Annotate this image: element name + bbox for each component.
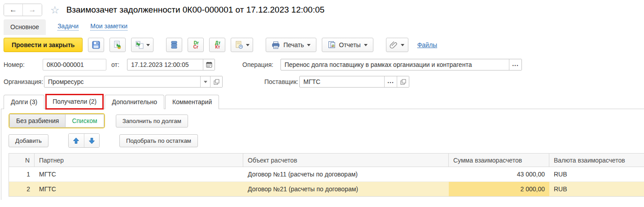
- supplier-input[interactable]: МГТС ...: [299, 76, 409, 88]
- cr-label: Cr: [193, 45, 199, 49]
- post-document-button[interactable]: [110, 38, 126, 52]
- tab-main[interactable]: Основное: [4, 19, 46, 35]
- cell-partner[interactable]: МГТС: [35, 182, 243, 196]
- date-value: 17.12.2023 12:00:05: [127, 61, 203, 68]
- organization-input[interactable]: Промресурс: [44, 76, 223, 88]
- favorite-star-icon[interactable]: ☆: [50, 5, 60, 15]
- toggle-as-list[interactable]: Списком: [66, 115, 103, 127]
- recipients-table: N Партнер Объект расчетов Сумма взаимора…: [9, 153, 644, 197]
- table-header: N Партнер Объект расчетов Сумма взаимора…: [9, 154, 644, 167]
- chevron-down-icon: [204, 81, 207, 83]
- col-header-partner[interactable]: Партнер: [35, 154, 243, 167]
- cell-currency[interactable]: RUB: [549, 167, 644, 181]
- supplier-label: Поставщик:: [264, 78, 299, 85]
- chevron-down-icon: [307, 44, 311, 46]
- floppy-disk-icon: [92, 40, 101, 49]
- dt-kt-button[interactable]: ДтКт: [209, 38, 225, 52]
- document-tabs: Долги (3) Получатели (2) Дополнительно К…: [0, 94, 644, 109]
- fields-row-1: Номер: 0К00-000001 от: 17.12.2023 12:00:…: [0, 59, 644, 70]
- printer-icon: [272, 41, 280, 49]
- number-input[interactable]: 0К00-000001: [43, 59, 106, 70]
- chevron-down-icon: [146, 44, 150, 46]
- supplier-value: МГТС: [300, 78, 384, 85]
- cell-object[interactable]: Договор №11 (расчеты по договорам): [243, 167, 449, 181]
- chevron-down-icon: [364, 44, 368, 46]
- create-based-on-icon: [135, 40, 144, 49]
- print-label: Печать: [283, 41, 304, 48]
- calendar-icon: [206, 62, 212, 68]
- back-button[interactable]: ←: [4, 4, 23, 16]
- post-document-icon: [113, 40, 122, 49]
- dr-cr-button[interactable]: DrCr: [188, 38, 204, 52]
- col-header-n[interactable]: N: [9, 154, 35, 167]
- reports-menu-button[interactable]: Отчеты: [322, 38, 373, 52]
- move-row-group: [68, 133, 100, 148]
- toolbar: Провести и закрыть: [0, 35, 644, 55]
- cell-n[interactable]: 2: [9, 182, 35, 196]
- pick-by-balances-button[interactable]: Подобрать по остаткам: [119, 134, 198, 147]
- cell-sum[interactable]: 43 000,00: [449, 167, 549, 181]
- forward-button[interactable]: →: [23, 4, 42, 16]
- register-records-button[interactable]: [166, 38, 182, 52]
- move-down-button[interactable]: [84, 134, 99, 147]
- tab-comment[interactable]: Комментарий: [165, 95, 219, 109]
- organization-value: Промресурс: [44, 78, 200, 85]
- tab-my-notes[interactable]: Мои заметки: [90, 22, 127, 31]
- calendar-button[interactable]: [203, 59, 215, 70]
- document-clock-icon: [235, 40, 244, 49]
- attachments-button[interactable]: [386, 38, 408, 52]
- operation-value: Перенос долга поставщику в рамках органи…: [281, 61, 509, 68]
- operation-input[interactable]: Перенос долга поставщику в рамках органи…: [280, 59, 522, 70]
- date-label: от:: [111, 61, 127, 68]
- kt-label: Кт: [214, 45, 220, 49]
- toggle-no-split[interactable]: Без разбиения: [10, 115, 66, 127]
- post-and-close-button[interactable]: Провести и закрыть: [4, 38, 83, 52]
- cell-object[interactable]: Договор №21 (расчеты по договорам): [243, 182, 449, 196]
- print-menu-button[interactable]: Печать: [266, 38, 316, 52]
- tab-tasks[interactable]: Задачи: [57, 22, 79, 31]
- number-label: Номер:: [4, 61, 43, 68]
- reports-label: Отчеты: [339, 41, 360, 48]
- col-header-object[interactable]: Объект расчетов: [243, 154, 449, 167]
- section-tabs: Основное Задачи Мои заметки: [0, 17, 644, 35]
- document-history-button[interactable]: [231, 38, 253, 52]
- split-mode-toggle: Без разбиения Списком: [9, 114, 104, 128]
- arrow-down-icon: [88, 137, 95, 144]
- cell-currency[interactable]: RUB: [549, 182, 644, 196]
- table-commands-row: Добавить Подобрать по остаткам: [9, 133, 644, 148]
- supplier-choose-button[interactable]: ...: [384, 76, 397, 87]
- arrow-up-icon: [73, 137, 79, 144]
- operation-choose-button[interactable]: ...: [509, 59, 521, 70]
- supplier-open-button[interactable]: [397, 76, 409, 87]
- document-window: ← → ☆ Взаимозачет задолженности 0К00-000…: [0, 0, 644, 207]
- organization-open-button[interactable]: [210, 76, 222, 87]
- table-row[interactable]: 2 МГТС Договор №21 (расчеты по договорам…: [9, 182, 644, 197]
- paperclip-icon: [390, 40, 399, 49]
- window-header: ← → ☆ Взаимозачет задолженности 0К00-000…: [0, 0, 644, 17]
- register-stack-icon: [170, 40, 178, 49]
- tab-recipients[interactable]: Получатели (2): [45, 94, 104, 110]
- files-link[interactable]: Файлы: [417, 41, 437, 48]
- date-input[interactable]: 17.12.2023 12:00:05: [127, 59, 215, 70]
- cell-n[interactable]: 1: [9, 167, 35, 181]
- col-header-currency[interactable]: Валюта взаиморасчетов: [549, 154, 644, 167]
- tab-debts[interactable]: Долги (3): [4, 95, 44, 109]
- add-row-button[interactable]: Добавить: [9, 134, 48, 147]
- col-header-sum[interactable]: Сумма взаиморасчетов: [449, 154, 549, 167]
- page-title: Взаимозачет задолженности 0К00-000001 от…: [66, 5, 324, 15]
- table-row[interactable]: 1 МГТС Договор №11 (расчеты по договорам…: [9, 167, 644, 182]
- number-value: 0К00-000001: [43, 61, 106, 68]
- move-up-button[interactable]: [69, 134, 84, 147]
- organization-dropdown-button[interactable]: [200, 76, 210, 87]
- chevron-down-icon: [401, 44, 404, 46]
- report-chart-icon: [328, 41, 336, 49]
- fill-by-debts-button[interactable]: Заполнить по долгам: [116, 115, 188, 128]
- fields-row-2: Организация: Промресурс Поставщик: МГТС …: [0, 76, 644, 88]
- tab-additional[interactable]: Дополнительно: [105, 95, 164, 109]
- recipients-panel: Без разбиения Списком Заполнить по долга…: [1, 109, 644, 200]
- split-mode-row: Без разбиения Списком Заполнить по долга…: [9, 113, 644, 128]
- cell-sum-active[interactable]: 2 000,00: [449, 182, 549, 196]
- save-button[interactable]: [88, 38, 104, 52]
- cell-partner[interactable]: МГТС: [35, 167, 243, 181]
- create-based-on-button[interactable]: [131, 38, 153, 52]
